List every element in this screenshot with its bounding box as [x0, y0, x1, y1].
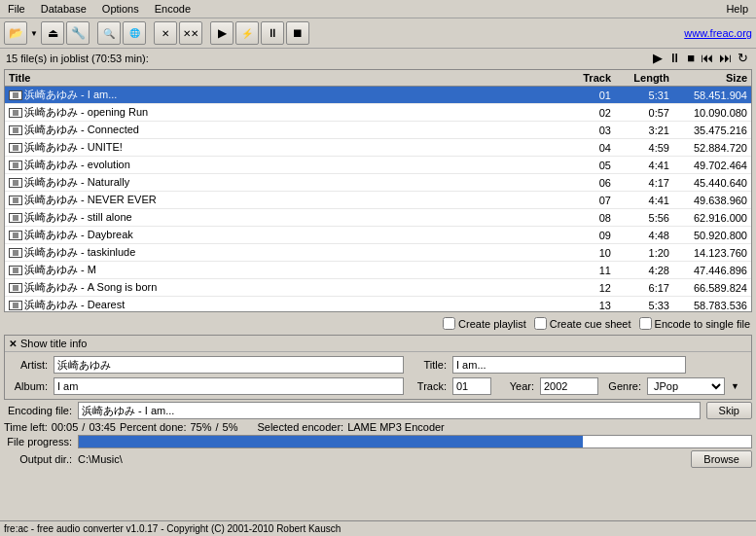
track-size: 45.440.640: [673, 176, 751, 190]
encoder-label: Selected encoder:: [257, 421, 343, 433]
table-row[interactable]: 浜崎あゆみ - A Song is born126:1766.589.824: [5, 279, 751, 297]
album-row: Album: Track: Year: Genre: JPop Pop Rock…: [11, 377, 745, 395]
track-length: 3:21: [615, 124, 673, 137]
website-link[interactable]: www.freac.org: [684, 27, 752, 39]
table-row[interactable]: 浜崎あゆみ - still alone085:5662.916.000: [5, 209, 751, 227]
track-title-text: 浜崎あゆみ - Dearest: [24, 298, 125, 312]
encode-single-text: Encode to single file: [655, 318, 750, 330]
menu-options[interactable]: Options: [98, 2, 143, 16]
play-toolbar-btn[interactable]: ▶: [210, 21, 234, 45]
settings-btn[interactable]: 🔧: [66, 21, 90, 45]
prev-control-btn[interactable]: ⏮: [699, 51, 715, 65]
table-row[interactable]: 浜崎あゆみ - Naturally064:1745.440.640: [5, 174, 751, 192]
track-number: 01: [557, 89, 615, 102]
album-label: Album:: [11, 380, 48, 392]
open-file-icon: 📂: [9, 26, 23, 40]
remove-all-icon: ✕✕: [183, 28, 198, 39]
time-left-value: 00:05: [52, 421, 79, 433]
pause-toolbar-btn[interactable]: ⏸: [261, 21, 284, 45]
table-row[interactable]: 浜崎あゆみ - NEVER EVER074:4149.638.960: [5, 192, 751, 209]
create-playlist-checkbox[interactable]: [443, 317, 455, 330]
table-row[interactable]: 浜崎あゆみ - taskinlude101:2014.123.760: [5, 244, 751, 262]
encoder-value: LAME MP3 Encoder: [347, 421, 445, 433]
encode-single-checkbox[interactable]: [639, 317, 652, 330]
track-file-icon: [9, 283, 22, 293]
encode-toolbar-btn[interactable]: ⚡: [235, 21, 259, 45]
table-row[interactable]: 浜崎あゆみ - M114:2847.446.896: [5, 262, 751, 279]
menu-file[interactable]: File: [4, 2, 29, 16]
encode-single-label[interactable]: Encode to single file: [639, 317, 750, 330]
table-row[interactable]: 浜崎あゆみ - Connected033:2135.475.216: [5, 122, 751, 139]
title-info-close[interactable]: ✕: [9, 339, 17, 349]
track-number: 12: [557, 281, 615, 295]
album-input[interactable]: [54, 377, 404, 395]
file-progress-label: File progress:: [4, 436, 72, 447]
track-size: 52.884.720: [673, 141, 751, 155]
eject-btn[interactable]: ⏏: [41, 21, 64, 45]
track-size: 14.123.760: [673, 246, 751, 260]
genre-select[interactable]: JPop Pop Rock Classical Jazz Other: [647, 377, 725, 395]
table-row[interactable]: 浜崎あゆみ - UNITE!044:5952.884.720: [5, 139, 751, 157]
status-bar: fre:ac - free audio converter v1.0.17 - …: [0, 520, 756, 536]
track-file-icon: [9, 248, 22, 258]
menu-help[interactable]: Help: [726, 3, 748, 15]
encoding-file-row: Encoding file: Skip: [4, 402, 752, 419]
table-row[interactable]: 浜崎あゆみ - Dearest135:3358.783.536: [5, 297, 751, 312]
track-num-input[interactable]: [452, 377, 491, 395]
year-input[interactable]: [540, 377, 598, 395]
next-control-btn[interactable]: ⏭: [717, 51, 734, 65]
menu-encode[interactable]: Encode: [151, 2, 195, 16]
file-progress-row: File progress:: [4, 435, 752, 448]
stop-control-btn[interactable]: ■: [685, 51, 697, 65]
file-progress-bar-fill: [79, 436, 583, 447]
table-row[interactable]: 浜崎あゆみ - opening Run020:5710.090.080: [5, 104, 751, 122]
table-row[interactable]: 浜崎あゆみ - Daybreak094:4850.920.800: [5, 227, 751, 244]
file-progress-bar-container: [78, 435, 752, 448]
track-number: 05: [557, 159, 615, 172]
open-file-btn[interactable]: 📂: [4, 21, 27, 45]
track-file-icon: [9, 301, 22, 310]
track-title-text: 浜崎あゆみ - taskinlude: [24, 245, 135, 260]
track-file-icon: [9, 196, 22, 205]
track-size: 62.916.000: [673, 211, 751, 225]
track-file-icon: [9, 125, 22, 135]
remove-icon: ✕: [162, 28, 169, 39]
encode-toolbar-icon: ⚡: [241, 28, 253, 39]
track-length: 5:31: [615, 89, 673, 102]
table-row[interactable]: 浜崎あゆみ - I am...015:3158.451.904: [5, 87, 751, 104]
track-title-text: 浜崎あゆみ - evolution: [24, 158, 130, 172]
track-number: 03: [557, 124, 615, 137]
encoding-file-input[interactable]: [78, 402, 701, 419]
create-playlist-label[interactable]: Create playlist: [443, 317, 526, 330]
artist-input[interactable]: [54, 356, 404, 374]
search-btn[interactable]: 🔍: [97, 21, 121, 45]
track-number: 06: [557, 176, 615, 190]
title-info-body: Artist: Title: Album: Track: Year: Genre…: [5, 352, 751, 399]
track-number: 10: [557, 246, 615, 260]
track-number: 09: [557, 229, 615, 242]
browse-button[interactable]: Browse: [691, 450, 752, 468]
menu-database[interactable]: Database: [37, 2, 90, 16]
open-folder-btn[interactable]: ▼: [29, 21, 39, 45]
create-cue-sheet-label[interactable]: Create cue sheet: [534, 317, 631, 330]
track-number: 08: [557, 211, 615, 225]
track-file-icon: [9, 178, 22, 188]
stop-toolbar-btn[interactable]: ⏹: [286, 21, 309, 45]
table-row[interactable]: 浜崎あゆみ - evolution054:4149.702.464: [5, 157, 751, 174]
remove-all-btn[interactable]: ✕✕: [179, 21, 202, 45]
pause-control-btn[interactable]: ⏸: [666, 51, 683, 65]
create-cue-sheet-checkbox[interactable]: [534, 317, 547, 330]
title-input[interactable]: [452, 356, 686, 374]
track-file-icon: [9, 143, 22, 153]
title-info-header: ✕ Show title info: [5, 336, 751, 352]
track-file-icon: [9, 266, 22, 275]
settings-icon: 🔧: [71, 26, 86, 40]
play-control-btn[interactable]: ▶: [651, 51, 665, 65]
track-rows: 浜崎あゆみ - I am...015:3158.451.904浜崎あゆみ - o…: [5, 87, 751, 312]
header-size: Size: [673, 70, 751, 86]
skip-button[interactable]: Skip: [706, 402, 752, 419]
freedb-btn[interactable]: 🌐: [123, 21, 146, 45]
track-length: 1:20: [615, 246, 673, 260]
repeat-control-btn[interactable]: ↻: [736, 51, 750, 65]
remove-btn[interactable]: ✕: [154, 21, 177, 45]
